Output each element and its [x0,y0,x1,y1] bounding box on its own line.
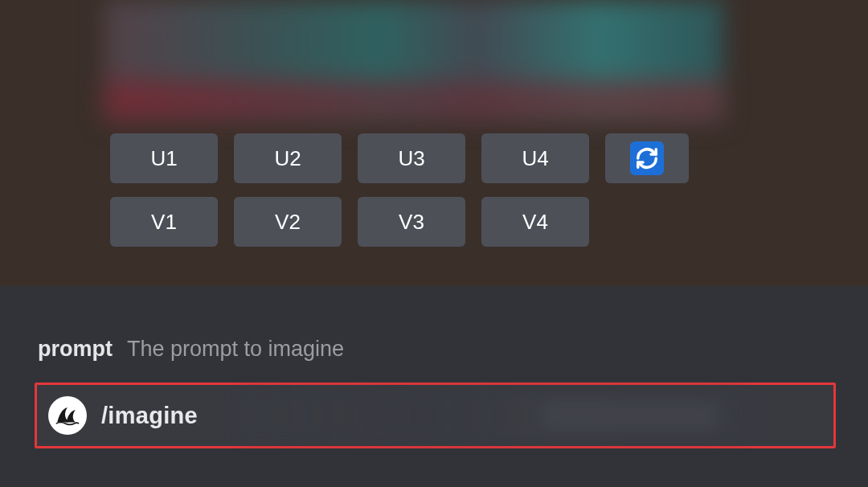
upscale-button-2[interactable]: U2 [234,133,342,183]
variation-button-2[interactable]: V2 [234,197,342,247]
variation-button-4[interactable]: V4 [481,197,589,247]
refresh-icon [630,141,664,175]
upscale-button-1[interactable]: U1 [110,133,218,183]
blurred-input-area [238,391,745,440]
prompt-parameter-hint[interactable]: prompt The prompt to imagine [38,337,344,362]
midjourney-bot-avatar [48,396,87,435]
command-panel: prompt The prompt to imagine /imagine [0,286,868,487]
action-button-grid: U1 U2 U3 U4 V1 V2 V3 V4 [110,133,689,247]
variation-button-3[interactable]: V3 [358,197,465,247]
command-input[interactable]: /imagine [35,383,836,448]
upscale-button-3[interactable]: U3 [358,133,465,183]
upscale-button-row: U1 U2 U3 U4 [110,133,689,183]
prompt-parameter-name: prompt [38,337,113,362]
variation-button-row: V1 V2 V3 V4 [110,197,689,247]
upscale-button-4[interactable]: U4 [481,133,589,183]
generated-image-preview[interactable] [104,0,723,121]
command-text: /imagine [101,403,198,429]
prompt-parameter-description: The prompt to imagine [127,337,344,362]
variation-button-1[interactable]: V1 [110,197,218,247]
refresh-button[interactable] [605,133,689,183]
